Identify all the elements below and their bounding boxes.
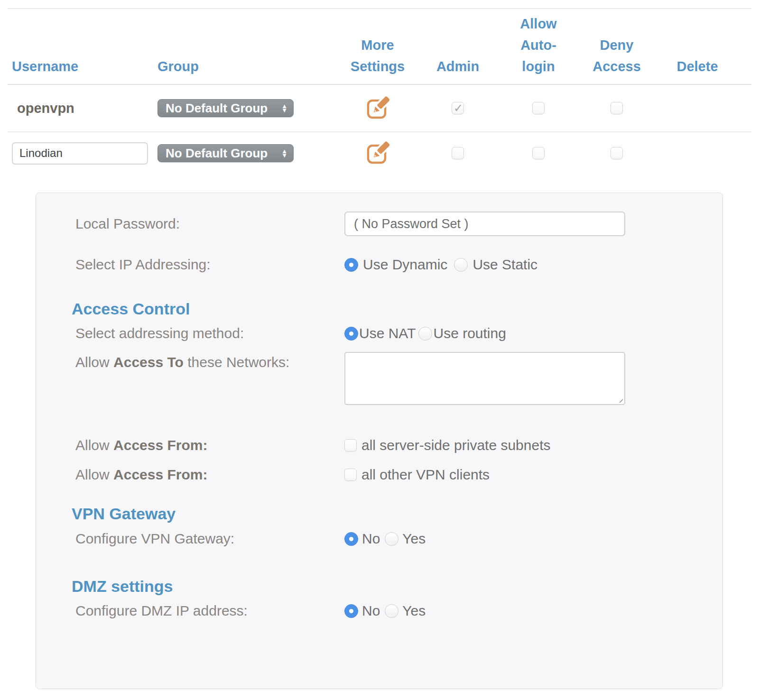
vpn-gateway-heading: VPN Gateway xyxy=(72,505,722,523)
radio-use-static[interactable] xyxy=(454,258,468,272)
autologin-checkbox-linodian[interactable] xyxy=(532,147,545,159)
col-header-deny-access: Deny Access xyxy=(574,35,659,84)
autologin-checkbox-openvpn[interactable] xyxy=(532,102,545,114)
radio-label-use-static: Use Static xyxy=(472,257,537,273)
radio-label-dmz-yes: Yes xyxy=(402,603,426,619)
access-control-heading: Access Control xyxy=(72,300,722,318)
access-to-networks-textarea[interactable] xyxy=(344,352,625,405)
col-header-allow-autologin: Allow Auto- login xyxy=(503,13,574,84)
radio-vpn-gateway-yes[interactable] xyxy=(385,532,398,546)
user-settings-panel: Local Password: Select IP Addressing: Us… xyxy=(36,193,723,689)
addressing-method-label: Select addressing method: xyxy=(36,326,344,341)
radio-use-nat[interactable] xyxy=(344,327,358,341)
access-from-clients-option: all other VPN clients xyxy=(361,467,490,483)
username-openvpn: openvpn xyxy=(12,101,74,116)
table-row-openvpn: openvpn No Default Group ▲▼ xyxy=(8,85,751,132)
dmz-settings-heading: DMZ settings xyxy=(72,577,722,596)
access-from-subnets-checkbox[interactable] xyxy=(344,439,357,451)
group-select-value: No Default Group xyxy=(166,101,268,116)
access-to-networks-label: Allow Access To these Networks: xyxy=(36,352,344,370)
deny-access-checkbox-openvpn[interactable] xyxy=(611,102,623,114)
chevron-updown-icon: ▲▼ xyxy=(281,149,287,157)
col-header-username: Username xyxy=(12,56,157,84)
radio-use-dynamic[interactable] xyxy=(344,258,358,272)
group-select-linodian[interactable]: No Default Group ▲▼ xyxy=(157,144,294,162)
access-from-clients-checkbox[interactable] xyxy=(344,469,357,481)
col-header-admin: Admin xyxy=(413,56,503,84)
col-header-delete: Delete xyxy=(659,56,735,84)
configure-dmz-label: Configure DMZ IP address: xyxy=(36,603,344,618)
more-settings-edit-icon[interactable] xyxy=(366,96,389,120)
more-settings-edit-icon[interactable] xyxy=(366,141,389,165)
access-from-clients-label: Allow Access From: xyxy=(36,467,344,482)
deny-access-checkbox-linodian[interactable] xyxy=(611,147,623,159)
access-from-subnets-label: Allow Access From: xyxy=(36,438,344,453)
group-select-value: No Default Group xyxy=(166,146,268,161)
local-password-input[interactable] xyxy=(344,212,625,236)
col-header-group: Group xyxy=(157,56,342,84)
user-table-header: Username Group More Settings Admin Allow… xyxy=(8,9,751,85)
table-row-linodian: No Default Group ▲▼ xyxy=(0,136,735,170)
radio-label-vpn-gateway-no: No xyxy=(362,531,380,547)
admin-checkbox-openvpn[interactable] xyxy=(452,102,464,114)
col-header-more-settings: More Settings xyxy=(342,35,413,84)
admin-checkbox-linodian[interactable] xyxy=(452,147,464,159)
radio-vpn-gateway-no[interactable] xyxy=(344,532,358,546)
radio-label-use-dynamic: Use Dynamic xyxy=(363,257,447,273)
username-input[interactable] xyxy=(12,142,148,165)
radio-label-vpn-gateway-yes: Yes xyxy=(402,531,426,547)
local-password-label: Local Password: xyxy=(36,216,344,231)
radio-label-dmz-no: No xyxy=(362,603,380,619)
radio-dmz-yes[interactable] xyxy=(385,604,398,618)
configure-vpn-gateway-label: Configure VPN Gateway: xyxy=(36,531,344,546)
radio-label-use-nat: Use NAT xyxy=(359,325,416,341)
group-select-openvpn[interactable]: No Default Group ▲▼ xyxy=(157,99,294,117)
chevron-updown-icon: ▲▼ xyxy=(281,104,287,112)
radio-label-use-routing: Use routing xyxy=(433,325,506,341)
radio-dmz-no[interactable] xyxy=(344,604,358,618)
radio-use-routing[interactable] xyxy=(418,327,432,341)
ip-addressing-label: Select IP Addressing: xyxy=(36,257,344,272)
access-from-subnets-option: all server-side private subnets xyxy=(361,437,551,453)
